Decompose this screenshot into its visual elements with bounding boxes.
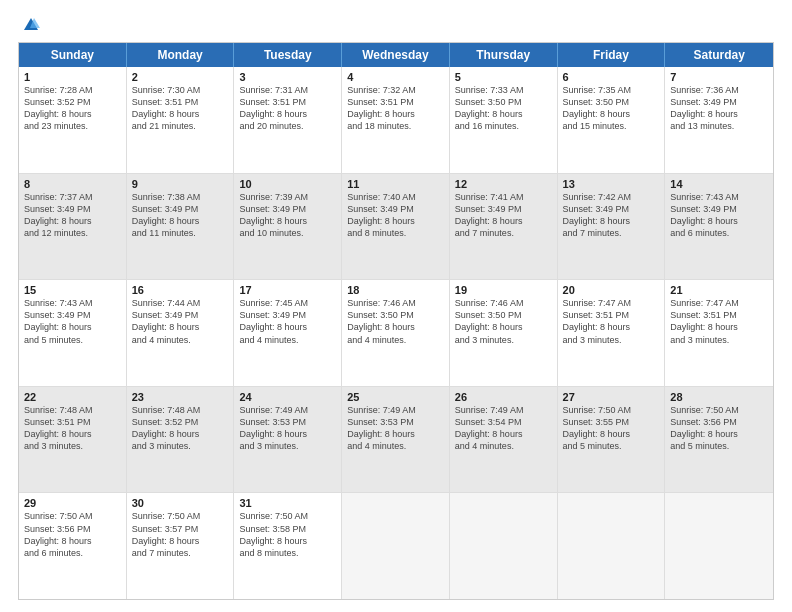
cell-line: Sunset: 3:53 PM — [239, 416, 336, 428]
cell-line: Sunrise: 7:37 AM — [24, 191, 121, 203]
day-number: 19 — [455, 284, 552, 296]
cell-line: and 12 minutes. — [24, 227, 121, 239]
table-row: 20Sunrise: 7:47 AMSunset: 3:51 PMDayligh… — [558, 280, 666, 386]
day-number: 25 — [347, 391, 444, 403]
day-number: 18 — [347, 284, 444, 296]
cell-line: Sunset: 3:51 PM — [24, 416, 121, 428]
cell-line: Daylight: 8 hours — [347, 108, 444, 120]
table-row: 2Sunrise: 7:30 AMSunset: 3:51 PMDaylight… — [127, 67, 235, 173]
cell-line: Sunrise: 7:43 AM — [24, 297, 121, 309]
day-number: 2 — [132, 71, 229, 83]
cell-line: Sunset: 3:49 PM — [670, 96, 768, 108]
cell-line: Sunrise: 7:50 AM — [132, 510, 229, 522]
cell-line: Sunset: 3:49 PM — [132, 203, 229, 215]
cell-line: Sunrise: 7:40 AM — [347, 191, 444, 203]
cell-line: Sunrise: 7:35 AM — [563, 84, 660, 96]
day-number: 8 — [24, 178, 121, 190]
cell-line: Sunrise: 7:33 AM — [455, 84, 552, 96]
table-row: 13Sunrise: 7:42 AMSunset: 3:49 PMDayligh… — [558, 174, 666, 280]
cell-line: Sunset: 3:55 PM — [563, 416, 660, 428]
cell-line: Sunset: 3:56 PM — [24, 523, 121, 535]
cell-line: Sunrise: 7:48 AM — [24, 404, 121, 416]
day-number: 15 — [24, 284, 121, 296]
cell-line: Daylight: 8 hours — [455, 428, 552, 440]
cell-line: and 21 minutes. — [132, 120, 229, 132]
cell-line: Sunrise: 7:47 AM — [670, 297, 768, 309]
cell-line: Sunset: 3:57 PM — [132, 523, 229, 535]
day-number: 11 — [347, 178, 444, 190]
cell-line: Daylight: 8 hours — [347, 428, 444, 440]
cell-line: Daylight: 8 hours — [132, 321, 229, 333]
cell-line: and 3 minutes. — [670, 334, 768, 346]
day-number: 23 — [132, 391, 229, 403]
cell-line: Sunset: 3:53 PM — [347, 416, 444, 428]
cell-line: and 7 minutes. — [132, 547, 229, 559]
calendar-row-2: 8Sunrise: 7:37 AMSunset: 3:49 PMDaylight… — [19, 174, 773, 281]
calendar-header: SundayMondayTuesdayWednesdayThursdayFrid… — [19, 43, 773, 67]
cell-line: Sunset: 3:54 PM — [455, 416, 552, 428]
header-day-friday: Friday — [558, 43, 666, 67]
table-row: 3Sunrise: 7:31 AMSunset: 3:51 PMDaylight… — [234, 67, 342, 173]
cell-line: Sunrise: 7:50 AM — [563, 404, 660, 416]
day-number: 21 — [670, 284, 768, 296]
day-number: 9 — [132, 178, 229, 190]
table-row: 27Sunrise: 7:50 AMSunset: 3:55 PMDayligh… — [558, 387, 666, 493]
cell-line: and 3 minutes. — [563, 334, 660, 346]
calendar-row-1: 1Sunrise: 7:28 AMSunset: 3:52 PMDaylight… — [19, 67, 773, 174]
cell-line: Sunset: 3:51 PM — [670, 309, 768, 321]
cell-line: Sunrise: 7:50 AM — [24, 510, 121, 522]
header-day-saturday: Saturday — [665, 43, 773, 67]
day-number: 5 — [455, 71, 552, 83]
table-row: 17Sunrise: 7:45 AMSunset: 3:49 PMDayligh… — [234, 280, 342, 386]
cell-line: and 11 minutes. — [132, 227, 229, 239]
cell-line: and 16 minutes. — [455, 120, 552, 132]
cell-line: Sunset: 3:51 PM — [239, 96, 336, 108]
cell-line: and 10 minutes. — [239, 227, 336, 239]
table-row — [665, 493, 773, 599]
day-number: 4 — [347, 71, 444, 83]
day-number: 26 — [455, 391, 552, 403]
calendar-body: 1Sunrise: 7:28 AMSunset: 3:52 PMDaylight… — [19, 67, 773, 599]
cell-line: Sunrise: 7:41 AM — [455, 191, 552, 203]
table-row: 9Sunrise: 7:38 AMSunset: 3:49 PMDaylight… — [127, 174, 235, 280]
cell-line: and 4 minutes. — [239, 334, 336, 346]
table-row: 23Sunrise: 7:48 AMSunset: 3:52 PMDayligh… — [127, 387, 235, 493]
logo-icon — [22, 16, 40, 34]
cell-line: and 5 minutes. — [670, 440, 768, 452]
day-number: 3 — [239, 71, 336, 83]
logo — [18, 16, 40, 34]
day-number: 31 — [239, 497, 336, 509]
table-row: 6Sunrise: 7:35 AMSunset: 3:50 PMDaylight… — [558, 67, 666, 173]
cell-line: and 6 minutes. — [24, 547, 121, 559]
cell-line: Sunrise: 7:49 AM — [455, 404, 552, 416]
cell-line: Sunrise: 7:48 AM — [132, 404, 229, 416]
header-day-thursday: Thursday — [450, 43, 558, 67]
day-number: 20 — [563, 284, 660, 296]
day-number: 27 — [563, 391, 660, 403]
table-row: 26Sunrise: 7:49 AMSunset: 3:54 PMDayligh… — [450, 387, 558, 493]
table-row — [342, 493, 450, 599]
day-number: 12 — [455, 178, 552, 190]
cell-line: Sunset: 3:56 PM — [670, 416, 768, 428]
calendar-row-3: 15Sunrise: 7:43 AMSunset: 3:49 PMDayligh… — [19, 280, 773, 387]
day-number: 13 — [563, 178, 660, 190]
cell-line: and 4 minutes. — [347, 440, 444, 452]
cell-line: and 4 minutes. — [132, 334, 229, 346]
cell-line: Sunset: 3:49 PM — [347, 203, 444, 215]
cell-line: Sunset: 3:51 PM — [132, 96, 229, 108]
cell-line: Sunrise: 7:46 AM — [455, 297, 552, 309]
cell-line: and 5 minutes. — [563, 440, 660, 452]
table-row — [450, 493, 558, 599]
cell-line: Sunrise: 7:43 AM — [670, 191, 768, 203]
cell-line: and 7 minutes. — [455, 227, 552, 239]
cell-line: Daylight: 8 hours — [24, 108, 121, 120]
cell-line: Sunset: 3:49 PM — [24, 203, 121, 215]
cell-line: and 3 minutes. — [24, 440, 121, 452]
cell-line: Daylight: 8 hours — [24, 321, 121, 333]
cell-line: Sunset: 3:49 PM — [132, 309, 229, 321]
cell-line: Sunrise: 7:39 AM — [239, 191, 336, 203]
table-row: 30Sunrise: 7:50 AMSunset: 3:57 PMDayligh… — [127, 493, 235, 599]
cell-line: Daylight: 8 hours — [347, 321, 444, 333]
table-row: 24Sunrise: 7:49 AMSunset: 3:53 PMDayligh… — [234, 387, 342, 493]
table-row: 25Sunrise: 7:49 AMSunset: 3:53 PMDayligh… — [342, 387, 450, 493]
